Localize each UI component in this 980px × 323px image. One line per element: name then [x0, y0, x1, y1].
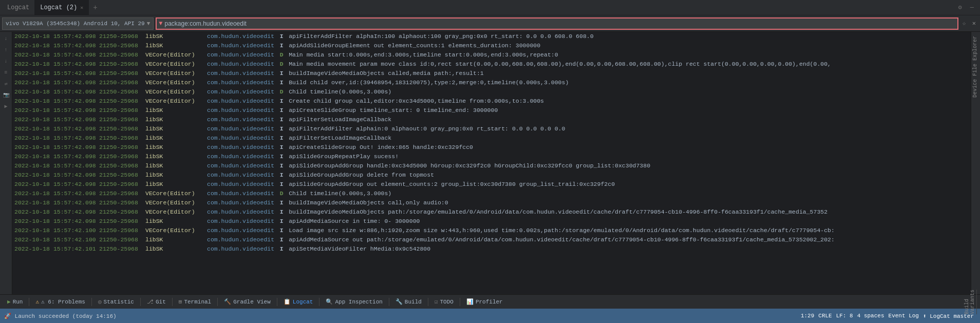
log-pkg: com.hudun.videoedit: [207, 106, 274, 115]
log-pkg: com.hudun.videoedit: [207, 124, 274, 134]
log-datetime: 2022-10-18 15:57:42.098: [14, 170, 99, 180]
log-tag: libSK: [145, 143, 207, 152]
tab-logcat-main[interactable]: Logcat: [2, 0, 35, 15]
git-button[interactable]: ⎇ Git: [143, 297, 170, 306]
log-line: 2022-10-18 15:57:42.098 21250-25968 libS…: [12, 161, 971, 170]
build-label: Build: [405, 299, 422, 305]
log-pid: 21250-25968: [99, 78, 145, 87]
gradle-button[interactable]: 🔨 Gradle View: [220, 297, 275, 306]
log-line: 2022-10-18 15:57:42.098 21250-25968 VECo…: [12, 97, 971, 106]
log-msg: Child timeline(0.000s,3.000s): [289, 189, 391, 198]
log-msg: apiCreateSlideGroup timeline_start: 0 ti…: [289, 106, 498, 115]
log-scroll[interactable]: 2022-10-18 15:57:42.098 21250-25968 libS…: [12, 32, 971, 294]
more-options-icon[interactable]: —: [966, 4, 978, 11]
log-datetime: 2022-10-18 15:57:42.098: [14, 50, 99, 60]
log-pid: 21250-25968: [99, 106, 145, 115]
log-pkg: com.hudun.videoedit: [207, 226, 274, 235]
logcat-button[interactable]: 📋 Logcat: [279, 297, 317, 306]
log-tag: libSK: [145, 170, 207, 180]
encoding-status[interactable]: CRLE: [816, 312, 834, 320]
filter-star-icon[interactable]: ☆: [960, 20, 968, 27]
build-button[interactable]: 🔧 Build: [391, 297, 426, 306]
log-pid: 21250-25968: [99, 87, 145, 97]
log-pid: 21250-25968: [99, 207, 145, 217]
log-msg: apiFilterAddFilter alphain:0 alphaout:0 …: [289, 124, 565, 134]
todo-button[interactable]: ☑ TODO: [430, 297, 458, 306]
wrap-icon[interactable]: ⇌: [2, 79, 11, 88]
log-line: 2022-10-18 15:57:42.098 21250-25968 libS…: [12, 143, 971, 152]
log-level: I: [276, 152, 287, 161]
log-msg: buildImageVideoMediaObjects called,media…: [289, 69, 484, 78]
todo-label: TODO: [440, 299, 454, 305]
log-line: 2022-10-18 15:57:42.098 21250-25968 VECo…: [12, 87, 971, 97]
log-tag: libSK: [145, 106, 207, 115]
video-icon[interactable]: ▶: [2, 102, 11, 111]
log-datetime: 2022-10-18 15:57:42.098: [14, 207, 99, 217]
log-line: 2022-10-18 15:57:42.098 21250-25968 libS…: [12, 134, 971, 143]
terminal-button[interactable]: ⊞ Terminal: [175, 297, 215, 306]
todo-icon: ☑: [435, 298, 438, 305]
gradle-icon: 🔨: [224, 298, 231, 305]
log-level: I: [276, 143, 287, 152]
log-pid: 21250-25968: [99, 244, 145, 254]
log-msg: apiCreateSlideGroup Out! index:865 handl…: [289, 143, 473, 152]
device-selector[interactable]: vivo V1829A (3545c348) Android 10, API 2…: [2, 17, 154, 30]
log-msg: apiFilterAddFilter alphaIn:100 alphaout:…: [289, 32, 594, 41]
tab-logcat-2-close[interactable]: ✕: [80, 5, 83, 11]
log-tag: VECore(Editor): [145, 97, 207, 106]
log-tag: libSK: [145, 217, 207, 226]
scroll-down-icon[interactable]: ↓: [2, 56, 11, 66]
app-inspection-button[interactable]: 🔍 App Inspection: [322, 297, 386, 306]
spaces-status[interactable]: 4 spaces: [855, 312, 887, 320]
logcat-tab-label: Logcat: [293, 299, 313, 305]
log-level: I: [276, 78, 287, 87]
gradle-label: Gradle View: [233, 299, 271, 305]
statistic-icon: ◎: [98, 298, 102, 305]
log-pkg: com.hudun.videoedit: [207, 143, 274, 152]
filter-bar: vivo V1829A (3545c348) Android 10, API 2…: [0, 15, 980, 32]
build-variants-label[interactable]: Build Variants: [963, 290, 977, 314]
log-datetime: 2022-10-18 15:57:42.098: [14, 217, 99, 226]
log-datetime: 2022-10-18 15:57:42.098: [14, 115, 99, 124]
indent-status[interactable]: LF: 8: [834, 312, 855, 320]
scroll-to-end-icon[interactable]: ↓: [2, 34, 11, 43]
filter-clear-icon[interactable]: ✕: [970, 20, 978, 27]
log-pid: 21250-25968: [99, 198, 145, 207]
log-line: 2022-10-18 15:57:42.098 21250-25968 VECo…: [12, 69, 971, 78]
log-pid: 21250-25968: [99, 60, 145, 69]
settings-icon[interactable]: ⚙: [954, 4, 966, 11]
log-pkg: com.hudun.videoedit: [207, 115, 274, 124]
log-msg: apiFilterSetLoadImageCallback: [289, 134, 391, 143]
log-line: 2022-10-18 15:57:42.098 21250-25968 VECo…: [12, 189, 971, 198]
log-pid: 21250-25968: [99, 235, 145, 244]
problems-button[interactable]: ⚠ ⚠ 6: Problems: [31, 297, 89, 306]
profiler-button[interactable]: 📊 Profiler: [462, 297, 507, 306]
logcat-tab-icon: 📋: [284, 298, 291, 305]
log-datetime: 2022-10-18 15:57:42.098: [14, 78, 99, 87]
tab-logcat-2[interactable]: Logcat (2) ✕: [35, 0, 89, 15]
scroll-up-icon[interactable]: ↑: [2, 45, 11, 54]
filter-input[interactable]: [164, 20, 955, 27]
event-log-link[interactable]: Event Log: [887, 312, 921, 320]
line-col-status[interactable]: 1:29: [799, 312, 816, 320]
log-datetime: 2022-10-18 15:57:42.098: [14, 143, 99, 152]
log-datetime: 2022-10-18 15:57:42.101: [14, 244, 99, 254]
log-msg: buildImageVideoMediaObjects path:/storag…: [289, 207, 827, 217]
run-button[interactable]: ▶ Run: [3, 297, 27, 306]
log-datetime: 2022-10-18 15:57:42.098: [14, 198, 99, 207]
log-pkg: com.hudun.videoedit: [207, 50, 274, 60]
device-file-explorer-label[interactable]: Device File Explorer: [971, 32, 980, 102]
profiler-icon: 📊: [466, 298, 474, 305]
problems-label: ⚠ 6: Problems: [41, 298, 85, 305]
filter-lines-icon[interactable]: ≡: [2, 68, 11, 77]
statistic-button[interactable]: ◎ Statistic: [94, 297, 138, 306]
log-msg: apiSetMediaVideoFilter hMedia:0x9c542800: [289, 244, 430, 254]
tab-add-button[interactable]: +: [89, 4, 101, 12]
camera-icon[interactable]: 📷: [2, 90, 11, 100]
problems-icon: ⚠: [35, 298, 39, 305]
log-datetime: 2022-10-18 15:57:42.098: [14, 69, 99, 78]
log-line: 2022-10-18 15:57:42.098 21250-25968 libS…: [12, 32, 971, 41]
log-tag: VECore(Editor): [145, 189, 207, 198]
bottom-toolbar: ▶ Run ⚠ ⚠ 6: Problems ◎ Statistic ⎇ Git …: [0, 294, 980, 309]
log-pkg: com.hudun.videoedit: [207, 32, 274, 41]
